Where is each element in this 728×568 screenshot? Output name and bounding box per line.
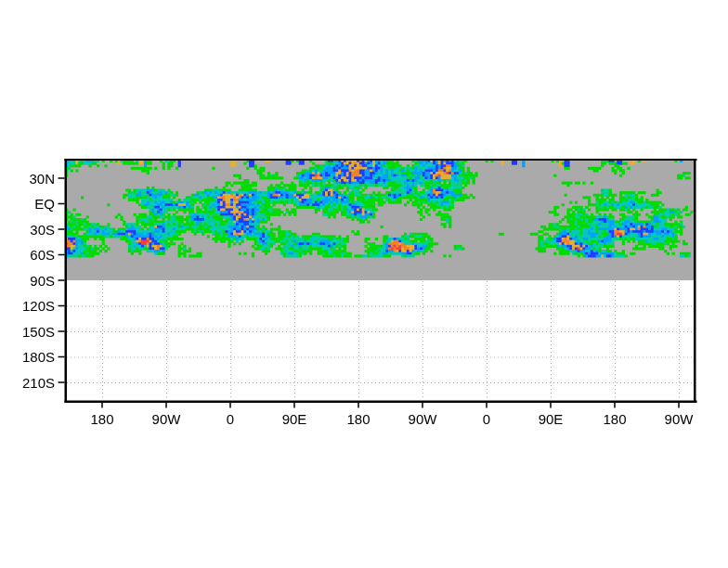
- x-tick-label: 90W: [152, 412, 181, 426]
- x-tick-label: 90E: [539, 412, 564, 426]
- x-tick-label: 90W: [665, 412, 694, 426]
- y-tick-label: 120S: [0, 299, 55, 313]
- figure: 180 90W 0 90E 180 90W 0 90E 180 90W 30N …: [0, 0, 728, 568]
- y-tick-label: 210S: [0, 376, 55, 390]
- x-tick-label: 90E: [282, 412, 307, 426]
- y-tick-label: EQ: [0, 197, 55, 211]
- x-tick-label: 180: [346, 412, 370, 426]
- map-plot-canvas: [0, 0, 728, 568]
- y-tick-label: 90S: [0, 274, 55, 288]
- y-tick-label: 30S: [0, 223, 55, 237]
- y-tick-label: 30N: [0, 172, 55, 186]
- x-tick-label: 90W: [409, 412, 437, 426]
- x-tick-label: 180: [90, 412, 113, 426]
- x-tick-label: 0: [483, 412, 490, 426]
- y-tick-label: 180S: [0, 350, 55, 364]
- y-tick-label: 150S: [0, 325, 55, 339]
- x-tick-label: 180: [603, 412, 626, 426]
- y-tick-label: 60S: [0, 248, 55, 262]
- x-tick-label: 0: [227, 412, 234, 426]
